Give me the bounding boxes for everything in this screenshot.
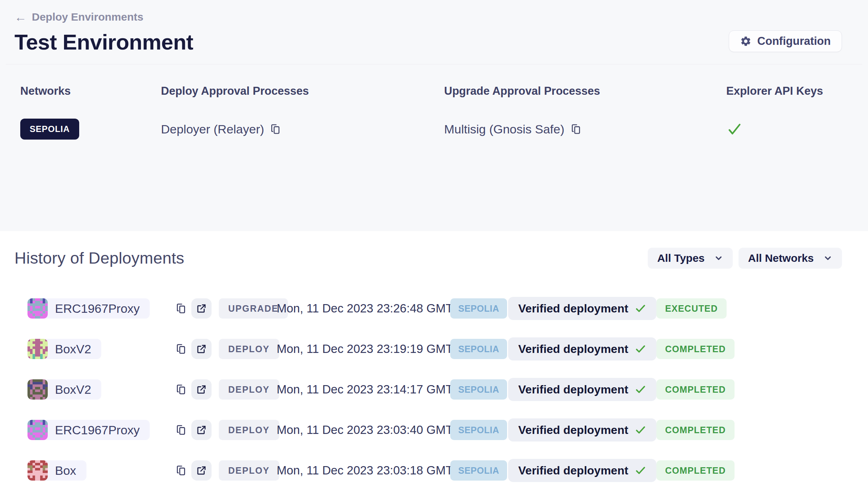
- check-icon: [635, 384, 646, 395]
- back-arrow-icon: ←: [14, 11, 27, 23]
- check-icon: [635, 465, 646, 476]
- history-title: History of Deployments: [14, 249, 184, 268]
- copy-address-button[interactable]: [175, 343, 187, 355]
- column-header-upgrade-approval: Upgrade Approval Processes: [444, 85, 726, 98]
- copy-address-button[interactable]: [175, 465, 187, 476]
- external-link-button[interactable]: [191, 379, 212, 400]
- verification-status-label: Verified deployment: [518, 342, 628, 356]
- network-badge: SEPOLIA: [450, 460, 507, 481]
- configuration-button[interactable]: Configuration: [729, 30, 842, 52]
- network-badge: SEPOLIA: [450, 339, 507, 359]
- external-link-icon: [196, 344, 207, 354]
- deployment-type-badge: DEPLOY: [219, 339, 279, 359]
- external-link-icon: [196, 465, 207, 476]
- deployment-status-badge: EXECUTED: [656, 298, 727, 319]
- network-badge: SEPOLIA: [450, 298, 507, 319]
- check-icon: [635, 424, 646, 436]
- contract-name-chip[interactable]: ERC1967Proxy: [27, 298, 150, 319]
- copy-deploy-approval-button[interactable]: [270, 123, 281, 135]
- deployment-status-badge: COMPLETED: [656, 339, 735, 359]
- external-link-icon: [196, 425, 207, 435]
- verification-status-pill: Verified deployment: [508, 337, 656, 361]
- deployment-type-badge: DEPLOY: [219, 379, 279, 400]
- environment-header-section: ← Deploy Environments Test Environment C…: [0, 0, 868, 231]
- page-title: Test Environment: [14, 30, 193, 55]
- check-icon: [635, 343, 646, 355]
- filter-all-networks-label: All Networks: [748, 252, 814, 264]
- breadcrumb-label: Deploy Environments: [32, 11, 143, 23]
- filter-all-types-label: All Types: [657, 252, 705, 264]
- copy-icon: [175, 465, 187, 476]
- copy-address-button[interactable]: [175, 384, 187, 395]
- contract-name: ERC1967Proxy: [55, 423, 140, 437]
- deployment-row: BoxV2 DEPLOY Mon, 11 Dec 2023 23:19:19 G…: [14, 337, 842, 361]
- external-link-icon: [196, 384, 207, 395]
- filter-all-networks[interactable]: All Networks: [739, 248, 842, 269]
- copy-icon: [175, 303, 187, 314]
- contract-avatar: [27, 298, 48, 319]
- deployment-timestamp: Mon, 11 Dec 2023 23:14:17 GMT: [277, 383, 450, 396]
- copy-upgrade-approval-button[interactable]: [570, 123, 582, 135]
- network-badge: SEPOLIA: [450, 379, 507, 400]
- network-badge: SEPOLIA: [450, 420, 507, 440]
- contract-name: BoxV2: [55, 383, 91, 397]
- deployment-row: ERC1967Proxy UPGRADE Mon, 11 Dec 2023 23…: [14, 297, 842, 320]
- contract-name: BoxV2: [55, 342, 91, 356]
- deployment-type-badge: DEPLOY: [219, 420, 279, 440]
- deployment-timestamp: Mon, 11 Dec 2023 23:03:40 GMT: [277, 423, 450, 437]
- contract-avatar: [27, 420, 48, 440]
- copy-icon: [570, 123, 582, 135]
- contract-name: Box: [55, 464, 76, 478]
- contract-avatar: [27, 339, 48, 359]
- upgrade-approval-value: Multisig (Gnosis Safe): [444, 122, 565, 136]
- contract-avatar: [27, 460, 48, 481]
- verification-status-pill: Verified deployment: [508, 418, 656, 442]
- history-of-deployments-section: History of Deployments All Types All Net…: [0, 231, 868, 482]
- contract-avatar: [27, 379, 48, 400]
- check-icon: [726, 122, 743, 136]
- verification-status-pill: Verified deployment: [508, 459, 656, 482]
- deployment-timestamp: Mon, 11 Dec 2023 23:03:18 GMT: [277, 464, 450, 477]
- copy-address-button[interactable]: [175, 303, 187, 314]
- copy-address-button[interactable]: [175, 424, 187, 436]
- deployment-row: BoxV2 DEPLOY Mon, 11 Dec 2023 23:14:17 G…: [14, 378, 842, 401]
- configuration-button-label: Configuration: [757, 35, 831, 48]
- contract-name-chip[interactable]: BoxV2: [27, 339, 101, 359]
- deployment-type-badge: DEPLOY: [219, 460, 279, 481]
- deployment-status-badge: COMPLETED: [656, 420, 735, 440]
- verification-status-pill: Verified deployment: [508, 297, 656, 320]
- chevron-down-icon: [714, 253, 723, 263]
- copy-icon: [270, 123, 281, 135]
- deployment-status-badge: COMPLETED: [656, 379, 735, 400]
- column-header-deploy-approval: Deploy Approval Processes: [161, 85, 444, 98]
- deployment-timestamp: Mon, 11 Dec 2023 23:26:48 GMT: [277, 302, 450, 315]
- column-header-explorer-api-keys: Explorer API Keys: [726, 85, 854, 98]
- copy-icon: [175, 343, 187, 355]
- contract-name-chip[interactable]: BoxV2: [27, 379, 101, 400]
- deploy-approval-value: Deployer (Relayer): [161, 122, 264, 136]
- check-icon: [635, 303, 646, 314]
- verification-status-label: Verified deployment: [518, 464, 628, 477]
- verification-status-label: Verified deployment: [518, 302, 628, 315]
- deployment-rows-list: ERC1967Proxy UPGRADE Mon, 11 Dec 2023 23…: [14, 297, 842, 482]
- contract-name-chip[interactable]: Box: [27, 460, 86, 481]
- external-link-button[interactable]: [191, 460, 212, 481]
- network-badge-sepolia: SEPOLIA: [20, 119, 79, 140]
- contract-name: ERC1967Proxy: [55, 302, 140, 316]
- external-link-button[interactable]: [191, 298, 212, 319]
- filter-all-types[interactable]: All Types: [648, 248, 733, 269]
- deployment-timestamp: Mon, 11 Dec 2023 23:19:19 GMT: [277, 342, 450, 356]
- breadcrumb[interactable]: ← Deploy Environments: [14, 11, 143, 23]
- external-link-button[interactable]: [191, 339, 212, 359]
- deployment-row: ERC1967Proxy DEPLOY Mon, 11 Dec 2023 23:…: [14, 418, 842, 442]
- verification-status-pill: Verified deployment: [508, 378, 656, 401]
- deployment-row: Box DEPLOY Mon, 11 Dec 2023 23:03:18 GMT…: [14, 459, 842, 482]
- gear-icon: [740, 35, 752, 47]
- external-link-button[interactable]: [191, 420, 212, 440]
- contract-name-chip[interactable]: ERC1967Proxy: [27, 420, 150, 440]
- external-link-icon: [196, 303, 207, 314]
- column-header-networks: Networks: [20, 85, 161, 98]
- copy-icon: [175, 424, 187, 436]
- environment-config-table: Networks Deploy Approval Processes Upgra…: [14, 64, 854, 140]
- deployment-status-badge: COMPLETED: [656, 460, 735, 481]
